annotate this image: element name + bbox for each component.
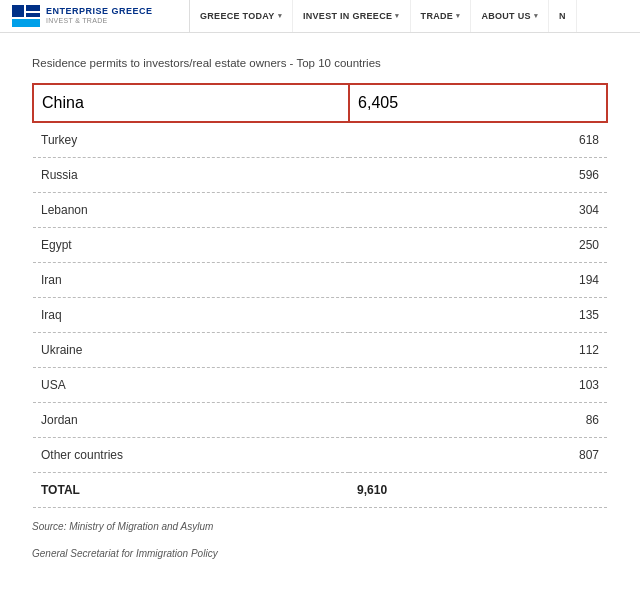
country-cell: Iraq [33, 298, 349, 333]
logo-area: ENTERPRISE GREECE INVEST & TRADE [0, 0, 190, 32]
table-row: Lebanon304 [33, 193, 607, 228]
value-cell: 807 [349, 438, 607, 473]
value-cell: 135 [349, 298, 607, 333]
country-cell: Iran [33, 263, 349, 298]
table-row: Turkey618 [33, 122, 607, 158]
value-cell: 6,405 [349, 84, 607, 122]
nav-greece-today[interactable]: GREECE TODAY ▾ [190, 0, 293, 32]
source-line-1: Source: Ministry of Migration and Asylum [32, 518, 608, 535]
logo-subtitle: INVEST & TRADE [46, 17, 153, 25]
source-line-2: General Secretariat for Immigration Poli… [32, 545, 608, 562]
main-content: Residence permits to investors/real esta… [0, 33, 640, 582]
table-row: Russia596 [33, 158, 607, 193]
table-row: Ukraine112 [33, 333, 607, 368]
residence-permits-table: China6,405Turkey618Russia596Lebanon304Eg… [32, 83, 608, 508]
value-cell: 596 [349, 158, 607, 193]
svg-rect-0 [12, 5, 24, 17]
nav-trade[interactable]: TRADE ▾ [411, 0, 472, 32]
value-cell: 86 [349, 403, 607, 438]
svg-rect-3 [12, 19, 40, 27]
table-row: China6,405 [33, 84, 607, 122]
chevron-down-icon: ▾ [534, 12, 538, 20]
total-value: 9,610 [349, 473, 607, 508]
nav-invest-in-greece[interactable]: INVEST IN GREECE ▾ [293, 0, 411, 32]
nav-extra[interactable]: N [549, 0, 577, 32]
chevron-down-icon: ▾ [456, 12, 460, 20]
table-title: Residence permits to investors/real esta… [32, 57, 608, 69]
country-cell: Turkey [33, 122, 349, 158]
country-cell: Lebanon [33, 193, 349, 228]
country-cell: Other countries [33, 438, 349, 473]
logo-title: ENTERPRISE GREECE [46, 7, 153, 17]
enterprise-greece-logo-icon [12, 5, 40, 27]
table-row: Iran194 [33, 263, 607, 298]
table-row: USA103 [33, 368, 607, 403]
total-row: TOTAL 9,610 [33, 473, 607, 508]
value-cell: 112 [349, 333, 607, 368]
value-cell: 250 [349, 228, 607, 263]
country-cell: Egypt [33, 228, 349, 263]
table-row: Other countries807 [33, 438, 607, 473]
table-row: Egypt250 [33, 228, 607, 263]
table-row: Jordan86 [33, 403, 607, 438]
main-nav: GREECE TODAY ▾ INVEST IN GREECE ▾ TRADE … [190, 0, 640, 32]
value-cell: 618 [349, 122, 607, 158]
logo-text: ENTERPRISE GREECE INVEST & TRADE [46, 7, 153, 25]
chevron-down-icon: ▾ [278, 12, 282, 20]
svg-rect-1 [26, 5, 40, 11]
nav-about-us[interactable]: ABOUT US ▾ [471, 0, 549, 32]
country-cell: USA [33, 368, 349, 403]
total-label: TOTAL [33, 473, 349, 508]
country-cell: Jordan [33, 403, 349, 438]
header: ENTERPRISE GREECE INVEST & TRADE GREECE … [0, 0, 640, 33]
svg-rect-2 [26, 13, 40, 17]
country-cell: China [33, 84, 349, 122]
value-cell: 304 [349, 193, 607, 228]
country-cell: Russia [33, 158, 349, 193]
value-cell: 194 [349, 263, 607, 298]
table-row: Iraq135 [33, 298, 607, 333]
chevron-down-icon: ▾ [395, 12, 399, 20]
value-cell: 103 [349, 368, 607, 403]
country-cell: Ukraine [33, 333, 349, 368]
